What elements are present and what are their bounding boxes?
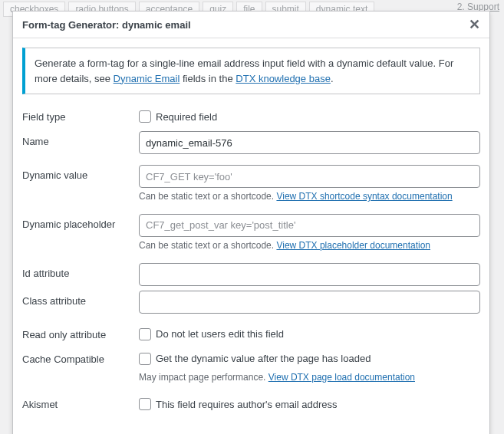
class-attribute-input[interactable] [139,291,480,314]
shortcode-syntax-link[interactable]: View DTX shortcode syntax documentation [276,191,452,202]
field-type-label: Field type [22,107,139,123]
akismet-checkbox[interactable] [139,398,151,410]
akismet-label: Akismet [22,394,139,410]
dynamic-value-label: Dynamic value [22,165,139,181]
cache-checkbox[interactable] [139,353,151,365]
info-text: . [331,73,334,84]
placeholder-doc-link[interactable]: View DTX placeholder documentation [276,240,430,251]
dynamic-value-hint: Can be static text or a shortcode. [139,191,276,202]
cache-hint: May impact page performance. [139,372,268,383]
form-tag-dialog: Form-tag Generator: dynamic email ✕ Gene… [12,11,490,434]
cache-label: Cache Compatible [22,349,139,365]
required-label: Required field [156,111,217,123]
readonly-checkbox[interactable] [139,328,151,340]
dtx-knowledge-link[interactable]: DTX knowledge base [236,73,331,84]
readonly-label: Read only attribute [22,324,139,340]
dynamic-placeholder-label: Dynamic placeholder [22,214,139,230]
dialog-body: Generate a form-tag for a single-line em… [13,38,489,428]
cache-checkbox-label: Get the dynamic value after the page has… [156,353,371,364]
name-label: Name [22,131,139,147]
dialog-title: Form-tag Generator: dynamic email [22,19,191,31]
dynamic-email-link[interactable]: Dynamic Email [114,73,180,84]
id-attribute-input[interactable] [139,263,480,286]
class-attribute-label: Class attribute [22,291,139,307]
close-icon[interactable]: ✕ [469,18,480,31]
required-checkbox[interactable] [139,110,151,123]
readonly-checkbox-label: Do not let users edit this field [156,328,284,340]
page-load-doc-link[interactable]: View DTX page load documentation [268,372,415,383]
info-box: Generate a form-tag for a single-line em… [22,48,480,94]
id-attribute-label: Id attribute [22,263,139,279]
dialog-header: Form-tag Generator: dynamic email ✕ [13,12,489,38]
dynamic-placeholder-hint: Can be static text or a shortcode. [139,240,276,251]
dynamic-placeholder-input[interactable] [139,214,480,237]
info-text: fields in the [180,73,236,84]
akismet-checkbox-label: This field requires author's email addre… [156,399,338,410]
dynamic-value-input[interactable] [139,165,480,188]
name-input[interactable] [139,131,480,154]
